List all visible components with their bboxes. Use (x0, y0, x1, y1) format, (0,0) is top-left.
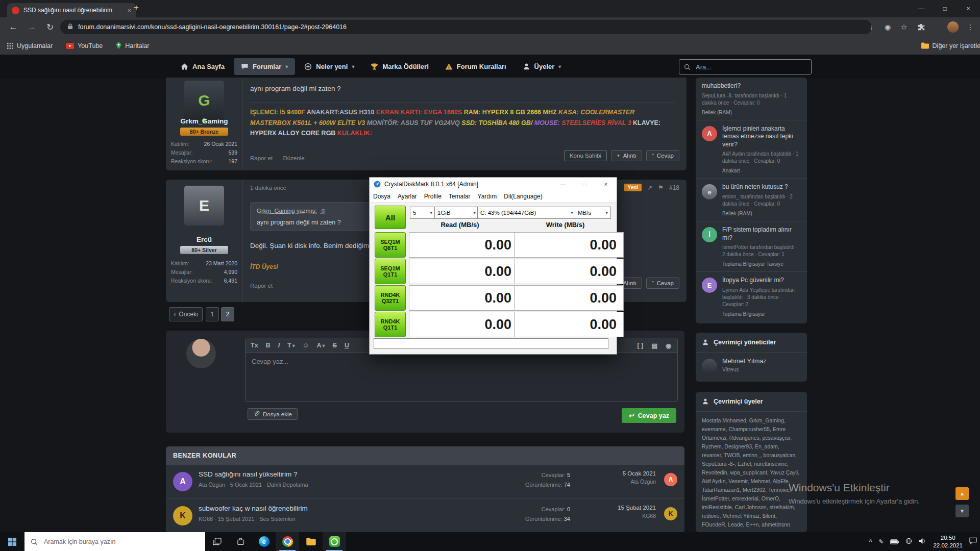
avatar[interactable]: E (184, 186, 224, 226)
new-tab-button[interactable]: + (134, 3, 139, 13)
avatar[interactable]: A (702, 126, 717, 141)
nav-forums[interactable]: Forumlar ▾ (234, 58, 295, 75)
sidebar-topic[interactable]: muhabbetleri? SepuLtura -8- tarafından b… (696, 78, 807, 120)
post-number[interactable]: #18 (669, 184, 679, 191)
edit-link[interactable]: Düzenle (283, 155, 305, 161)
cdm-drive-select[interactable]: C: 43% (194/447GiB)▾ (477, 207, 576, 219)
pagination-page-1[interactable]: 1 (206, 307, 219, 321)
sidebar-topic-title[interactable]: bu ürün neten kutusuz ? (722, 183, 801, 191)
cdm-unit-select[interactable]: MB/s▾ (575, 207, 611, 219)
scroll-to-top-button[interactable]: ▲ (955, 487, 969, 500)
sidebar-topic[interactable]: A İşlemci pinleri anakarta temas etmezse… (696, 120, 807, 179)
cdm-close-button[interactable]: × (595, 178, 617, 191)
cdm-menu-profile[interactable]: Profile (421, 193, 445, 200)
sidebar-topic-forum[interactable]: Anakart (722, 168, 801, 173)
reader-mode-icon[interactable]: ◉ (880, 17, 895, 37)
network-icon[interactable] (905, 537, 912, 546)
tray-expand-icon[interactable]: ^ (869, 538, 872, 545)
cdm-test-count-select[interactable]: 5▾ (410, 207, 435, 219)
pagination-page-2-current[interactable]: 2 (221, 307, 234, 321)
nav-home[interactable]: Ana Sayfa (174, 58, 232, 75)
pagination-prev[interactable]: ‹ Önceki (169, 307, 203, 321)
bookmark-apps[interactable]: Uygulamalar (7, 42, 53, 49)
cdm-all-button[interactable]: All (375, 206, 406, 229)
sidebar-topic-title[interactable]: İşlemci pinleri anakarta temas etmezse n… (722, 125, 801, 149)
avatar[interactable]: İ (702, 227, 717, 242)
report-link[interactable]: Rapor et (250, 155, 273, 161)
address-bar[interactable]: forum.donanimarsivi.com/konu/ssd-sagligi… (60, 20, 872, 34)
cdm-seq1m-q1t1-button[interactable]: SEQ1MQ1T1 (375, 259, 406, 284)
edge-icon[interactable]: e (252, 532, 276, 551)
expand-quote-icon[interactable]: ⊕ (321, 207, 326, 214)
submit-reply-button[interactable]: ↩ Cevap yaz (622, 408, 676, 423)
battery-icon[interactable] (890, 537, 899, 546)
cdm-menu-yardim[interactable]: Yardım (474, 193, 501, 200)
emoji-icon[interactable]: ☺ (303, 342, 309, 349)
text-color-icon[interactable]: A▾ (317, 342, 325, 349)
tab-close-icon[interactable]: × (127, 7, 131, 14)
quote-author-link[interactable]: Grkm_Gaming yazmış: (257, 208, 317, 214)
thread-owner-button[interactable]: Konu Sahibi (564, 150, 607, 161)
taskbar-search-input[interactable] (43, 538, 173, 546)
bookmark-icon[interactable]: ⚑ (658, 184, 664, 191)
reply-button[interactable]: “Cevap (646, 150, 679, 161)
cdm-menu-dil[interactable]: Dil(Language) (500, 193, 546, 200)
taskbar-clock[interactable]: 20:50 22.02.2021 (933, 534, 963, 549)
sidebar-topic-title[interactable]: İtopya Pc güvenilir mi? (722, 277, 801, 285)
similar-topic-row[interactable]: K subwoofer kaç w nasıl öğrenebilirim KG… (166, 499, 684, 532)
attach-file-button[interactable]: Dosya ekle (248, 408, 298, 420)
avatar[interactable]: A (664, 473, 677, 486)
scroll-to-bottom-button[interactable]: ▼ (955, 505, 969, 517)
cdm-comment-field[interactable] (374, 338, 608, 349)
store-icon[interactable] (229, 532, 252, 551)
reply-button[interactable]: “Cevap (646, 278, 679, 289)
profile-avatar[interactable] (947, 21, 959, 33)
avatar[interactable]: A (173, 472, 192, 491)
share-icon[interactable]: ↗ (647, 184, 652, 191)
browser-menu-icon[interactable]: ⋮ (963, 17, 978, 37)
online-members-list[interactable]: Mostafa Mohamed, Grkm_Gaming, evername, … (696, 412, 807, 532)
similar-topic-row[interactable]: A SSD sağlığını nasıl yükseltirim ? Ata … (166, 465, 684, 499)
nav-forum-rules[interactable]: Forum Kuralları (438, 58, 513, 75)
cdm-menu-dosya[interactable]: Dosya (370, 193, 394, 200)
sidebar-topic-forum[interactable]: Toplama Bilgisayar (722, 311, 801, 317)
topic-title[interactable]: SSD sağlığını nasıl yükseltirim ? (199, 470, 298, 478)
sidebar-topic[interactable]: e bu ürün neten kutusuz ? eminn_ tarafın… (696, 179, 807, 221)
topic-title[interactable]: subwoofer kaç w nasıl öğrenebilirim (199, 505, 308, 512)
avatar[interactable] (702, 359, 717, 374)
cdm-title-bar[interactable]: CrystalDiskMark 8.0.1 x64 [Admin] — □ × (370, 178, 617, 191)
avatar[interactable]: G (184, 81, 224, 120)
taskbar-search[interactable] (24, 532, 205, 551)
reload-button[interactable]: ↻ (42, 17, 58, 37)
window-close-button[interactable]: × (957, 0, 980, 17)
cdm-menu-temalar[interactable]: Temalar (445, 193, 474, 200)
post-author-name[interactable]: Ercü (166, 236, 242, 243)
post-timestamp[interactable]: 1 dakika önce (250, 185, 286, 191)
browser-tab[interactable]: SSD sağlığını nasıl öğrenebilirim × (7, 3, 136, 17)
download-icon[interactable]: ↓ (864, 17, 879, 37)
drafts-icon[interactable]: ▤ (651, 342, 657, 349)
volume-icon[interactable] (919, 537, 926, 546)
task-view-button[interactable] (205, 532, 229, 551)
extensions-icon[interactable] (914, 17, 929, 37)
forum-search-input[interactable] (695, 63, 789, 71)
inline-code-icon[interactable]: [ ] (637, 342, 643, 349)
avatar[interactable]: e (702, 184, 717, 199)
preview-icon[interactable]: ◉ (666, 342, 671, 349)
nav-whats-new[interactable]: Neler yeni ▾ (297, 58, 361, 75)
window-maximize-button[interactable]: □ (933, 0, 957, 17)
crystaldiskmark-window[interactable]: CrystalDiskMark 8.0.1 x64 [Admin] — □ × … (369, 177, 617, 355)
cdm-menu-ayarlar[interactable]: Ayarlar (394, 193, 421, 200)
cdm-test-size-select[interactable]: 1GiB▾ (434, 207, 479, 219)
chrome-icon[interactable] (276, 532, 299, 551)
sidebar-topic-title[interactable]: muhabbetleri? (702, 82, 801, 90)
staff-name[interactable]: Mehmet Yılmaz (722, 358, 801, 365)
sidebar-topic-forum[interactable]: Bellek (RAM) (702, 110, 801, 115)
forward-button[interactable]: → (23, 17, 40, 37)
reply-textarea[interactable] (246, 353, 672, 403)
file-explorer-icon[interactable] (299, 532, 323, 551)
action-center-icon[interactable] (969, 537, 977, 546)
underline-icon[interactable]: U (345, 342, 349, 349)
remove-format-icon[interactable]: Tx (251, 342, 258, 349)
post-author-name[interactable]: Grkm_Gaming (166, 117, 242, 125)
